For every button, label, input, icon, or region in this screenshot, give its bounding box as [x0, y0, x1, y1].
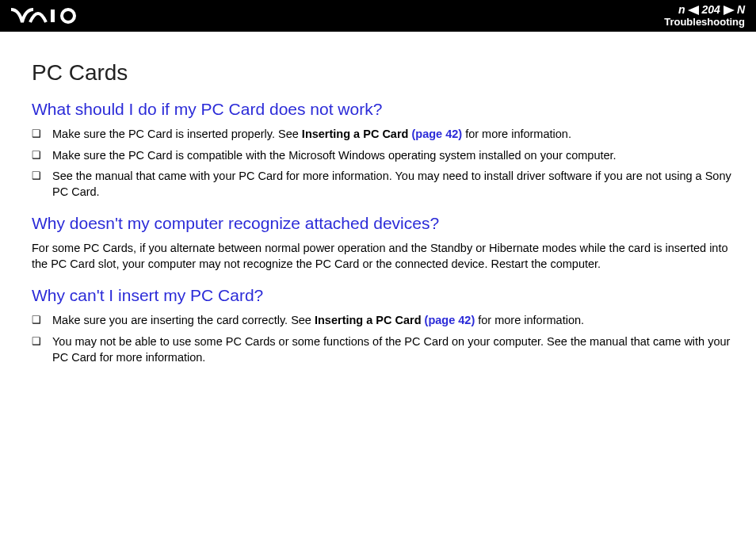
page-header: n 204 N Troubleshooting [0, 0, 756, 32]
next-page-arrow-icon[interactable] [724, 6, 735, 15]
section-label: Troubleshooting [664, 17, 745, 28]
bold-text: Inserting a PC Card [315, 314, 425, 326]
question-2-paragraph: For some PC Cards, if you alternate betw… [32, 241, 742, 272]
question-1-heading: What should I do if my PC Card does not … [32, 100, 742, 119]
vaio-logo [11, 8, 87, 24]
question-3-bullets: Make sure you are inserting the card cor… [32, 313, 742, 365]
list-item: You may not be able to use some PC Cards… [32, 334, 742, 365]
page-link[interactable]: (page 42) [411, 128, 462, 140]
question-3-heading: Why can't I insert my PC Card? [32, 286, 742, 305]
list-item: Make sure the PC Card is inserted proper… [32, 127, 742, 143]
n-letter: n [678, 4, 685, 16]
text: Make sure you are inserting the card cor… [52, 314, 315, 326]
list-item: See the manual that came with your PC Ca… [32, 169, 742, 200]
svg-rect-0 [51, 10, 55, 22]
vaio-logo-svg [11, 8, 87, 24]
n-letter-right: N [737, 4, 745, 16]
bold-text: Inserting a PC Card [302, 128, 412, 140]
list-item: Make sure the PC Card is compatible with… [32, 148, 742, 164]
question-1-bullets: Make sure the PC Card is inserted proper… [32, 127, 742, 200]
prev-page-arrow-icon[interactable] [688, 6, 699, 15]
page-content: PC Cards What should I do if my PC Card … [0, 32, 756, 365]
page-title: PC Cards [32, 60, 742, 86]
list-item: Make sure you are inserting the card cor… [32, 313, 742, 329]
page-nav: n 204 N Troubleshooting [664, 4, 745, 28]
text: for more information. [475, 314, 584, 326]
question-2-heading: Why doesn't my computer recognize attach… [32, 214, 742, 233]
text: for more information. [462, 128, 571, 140]
page-link[interactable]: (page 42) [425, 314, 475, 326]
svg-point-1 [62, 10, 74, 22]
text: Make sure the PC Card is inserted proper… [52, 128, 302, 140]
page-number: 204 [701, 4, 722, 16]
